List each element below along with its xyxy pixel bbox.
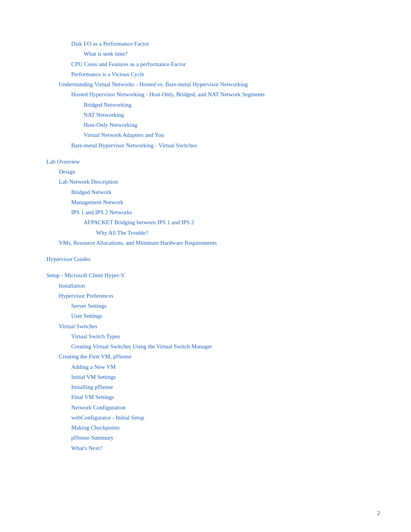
toc-link-lab-overview[interactable]: Lab Overview (46, 159, 80, 165)
toc-item-host-only[interactable]: Host-Only Networking (84, 120, 380, 130)
toc-spacer (46, 150, 380, 156)
toc-link-creating-first-vm[interactable]: Creating the First VM, pfSense (59, 353, 132, 360)
toc-item-making-checkpoints[interactable]: Making Checkpoints (71, 423, 380, 433)
toc-item-performance-vicious[interactable]: Performance is a Vicious Cycle (71, 69, 380, 79)
toc-link-performance-vicious[interactable]: Performance is a Vicious Cycle (71, 71, 144, 77)
toc-link-whats-next[interactable]: What's Next? (71, 445, 103, 451)
toc-item-adding-new-vm[interactable]: Adding a New VM (71, 362, 380, 372)
toc-item-creating-first-vm[interactable]: Creating the First VM, pfSense (59, 351, 380, 361)
toc-link-webconfigurator[interactable]: webConfigurator - Initial Setup (71, 414, 144, 421)
toc-item-understanding-virtual[interactable]: Understanding Virtual Networks - Hosted … (59, 79, 380, 89)
toc-link-disk-io[interactable]: Disk I/O as a Performance Factor (71, 41, 149, 47)
toc-spacer (46, 264, 380, 269)
toc-item-bare-metal[interactable]: Bare-metal Hypervisor Networking - Virtu… (71, 140, 380, 150)
toc-link-bridged-network[interactable]: Bridged Network (71, 189, 112, 195)
toc-item-hypervisor-guides[interactable]: Hypervisor Guides (46, 254, 380, 264)
toc-link-design[interactable]: Design (59, 169, 75, 175)
toc-item-ips-networks[interactable]: IPS 1 and IPS 2 Networks (71, 207, 380, 217)
toc-link-bridged-networking[interactable]: Bridged Networking (84, 102, 132, 108)
toc-link-setup-hyper-v[interactable]: Setup - Microsoft Client Hyper-V (46, 272, 125, 278)
toc-link-seek-time[interactable]: What is seek time? (84, 51, 128, 57)
toc-link-pfsense-summary[interactable]: pfSense Summary (71, 435, 114, 441)
toc-item-lab-overview[interactable]: Lab Overview (46, 157, 380, 167)
toc-item-afpacket[interactable]: AFPACKET Bridging between IPS 1 and IPS … (84, 217, 380, 227)
toc-item-initial-vm-settings[interactable]: Initial VM Settings (71, 372, 380, 382)
toc-item-final-vm-settings[interactable]: Final VM Settings (71, 392, 380, 402)
toc-link-why-trouble[interactable]: Why All The Trouble? (96, 230, 148, 236)
toc-item-whats-next[interactable]: What's Next? (71, 443, 380, 453)
toc-link-lab-network-desc[interactable]: Lab Network Description (59, 179, 118, 185)
toc-item-virtual-switches[interactable]: Virtual Switches (59, 321, 380, 331)
toc-link-nat-networking[interactable]: NAT Networking (84, 112, 124, 118)
table-of-contents: Disk I/O as a Performance FactorWhat is … (46, 23, 380, 453)
toc-link-ips-networks[interactable]: IPS 1 and IPS 2 Networks (71, 209, 132, 215)
toc-item-webconfigurator[interactable]: webConfigurator - Initial Setup (71, 413, 380, 423)
page-number: 2 (377, 510, 380, 517)
toc-item-network-config[interactable]: Network Configuration (71, 402, 380, 413)
toc-link-initial-vm-settings[interactable]: Initial VM Settings (71, 374, 116, 380)
toc-item-installation[interactable]: Installation (59, 281, 380, 291)
toc-link-understanding-virtual[interactable]: Understanding Virtual Networks - Hosted … (59, 81, 248, 87)
toc-link-hosted-hypervisor[interactable]: Hosted Hypervisor Networking - Host-Only… (71, 91, 265, 97)
toc-item-vms-resource[interactable]: VMs, Resource Allocations, and Minimum H… (59, 238, 380, 248)
toc-link-network-config[interactable]: Network Configuration (71, 404, 125, 411)
toc-spacer (46, 248, 380, 253)
toc-link-bare-metal[interactable]: Bare-metal Hypervisor Networking - Virtu… (71, 142, 197, 148)
toc-item-why-trouble[interactable]: Why All The Trouble? (96, 228, 380, 238)
toc-item-installing-pfsense[interactable]: Installing pfSense (71, 382, 380, 392)
toc-link-host-only[interactable]: Host-Only Networking (84, 122, 137, 128)
toc-link-virtual-switch-types[interactable]: Virtual Switch Types (71, 333, 120, 339)
toc-item-creating-virtual-switches[interactable]: Creating Virtual Switches Using the Virt… (71, 341, 380, 351)
toc-link-afpacket[interactable]: AFPACKET Bridging between IPS 1 and IPS … (84, 219, 194, 225)
toc-item-hosted-hypervisor[interactable]: Hosted Hypervisor Networking - Host-Only… (71, 89, 380, 99)
toc-item-design[interactable]: Design (59, 167, 380, 177)
toc-link-virtual-switches[interactable]: Virtual Switches (59, 323, 98, 329)
toc-link-final-vm-settings[interactable]: Final VM Settings (71, 394, 114, 400)
toc-item-hypervisor-prefs[interactable]: Hypervisor Preferences (59, 291, 380, 301)
toc-link-management-network[interactable]: Management Network (71, 199, 123, 205)
toc-link-installation[interactable]: Installation (59, 283, 85, 289)
toc-item-bridged-network[interactable]: Bridged Network (71, 187, 380, 197)
toc-link-making-checkpoints[interactable]: Making Checkpoints (71, 425, 120, 431)
toc-item-cpu-cores[interactable]: CPU Cores and Features as a performance … (71, 59, 380, 69)
toc-item-virtual-adapters[interactable]: Virtual Network Adapters and You (84, 130, 380, 140)
toc-link-hypervisor-guides[interactable]: Hypervisor Guides (46, 256, 91, 262)
toc-item-pfsense-summary[interactable]: pfSense Summary (71, 433, 380, 443)
toc-item-seek-time[interactable]: What is seek time? (84, 49, 380, 59)
toc-item-virtual-switch-types[interactable]: Virtual Switch Types (71, 331, 380, 341)
toc-item-bridged-networking[interactable]: Bridged Networking (84, 100, 380, 110)
toc-item-server-settings[interactable]: Server Settings (71, 301, 380, 311)
toc-link-creating-virtual-switches[interactable]: Creating Virtual Switches Using the Virt… (71, 343, 212, 350)
toc-link-server-settings[interactable]: Server Settings (71, 303, 106, 309)
toc-item-lab-network-desc[interactable]: Lab Network Description (59, 177, 380, 187)
toc-item-nat-networking[interactable]: NAT Networking (84, 110, 380, 120)
toc-link-user-settings[interactable]: User Settings (71, 313, 102, 319)
toc-link-virtual-adapters[interactable]: Virtual Network Adapters and You (84, 132, 164, 138)
toc-link-adding-new-vm[interactable]: Adding a New VM (71, 364, 116, 370)
toc-item-management-network[interactable]: Management Network (71, 197, 380, 207)
toc-item-user-settings[interactable]: User Settings (71, 311, 380, 321)
toc-link-vms-resource[interactable]: VMs, Resource Allocations, and Minimum H… (59, 240, 217, 246)
toc-link-hypervisor-prefs[interactable]: Hypervisor Preferences (59, 293, 113, 299)
toc-link-installing-pfsense[interactable]: Installing pfSense (71, 384, 113, 390)
toc-item-setup-hyper-v[interactable]: Setup - Microsoft Client Hyper-V (46, 270, 380, 280)
toc-item-disk-io[interactable]: Disk I/O as a Performance Factor (71, 39, 380, 49)
toc-link-cpu-cores[interactable]: CPU Cores and Features as a performance … (71, 61, 186, 67)
